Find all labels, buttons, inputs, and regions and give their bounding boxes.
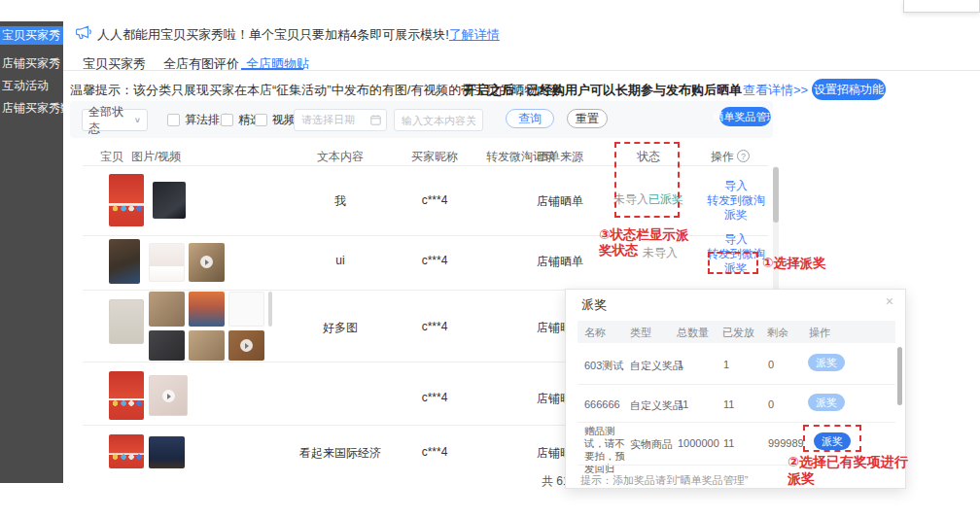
col-header-text: 文本内容 bbox=[317, 149, 364, 165]
media-thumbnail[interactable] bbox=[149, 375, 188, 416]
prize-remaining: 0 bbox=[768, 398, 774, 410]
media-thumbnail[interactable] bbox=[189, 330, 225, 361]
media-thumbnail[interactable] bbox=[228, 292, 264, 327]
media-thumbnail[interactable] bbox=[149, 436, 185, 468]
show-source: 店铺晒单 bbox=[531, 254, 589, 270]
sidebar-item-shop-buyer-show[interactable]: 店铺买家秀 bbox=[0, 54, 63, 73]
prize-issued: 1 bbox=[723, 359, 729, 370]
modal-col-remaining: 剩余 bbox=[767, 326, 788, 340]
prize-issued: 11 bbox=[723, 398, 734, 410]
media-thumbnail[interactable] bbox=[149, 292, 185, 327]
media-thumbnail[interactable] bbox=[268, 292, 272, 327]
status-dropdown[interactable]: 全部状态 ∨ bbox=[82, 109, 148, 131]
import-link[interactable]: 导入 bbox=[724, 232, 748, 247]
sidebar-item-interactive-activity[interactable]: 互动活动 bbox=[0, 77, 63, 95]
prize-type: 实物商品 bbox=[630, 437, 673, 452]
modal-col-total: 总数量 bbox=[677, 326, 709, 340]
sidebar-item-item-buyer-show[interactable]: 宝贝买家秀 bbox=[0, 26, 63, 45]
play-icon bbox=[240, 339, 253, 352]
media-thumbnail[interactable] bbox=[228, 330, 264, 361]
play-icon bbox=[200, 256, 213, 268]
megaphone-icon bbox=[76, 25, 92, 44]
close-icon[interactable]: × bbox=[886, 294, 893, 309]
modal-col-action: 操作 bbox=[809, 326, 830, 340]
prize-remaining: 999989 bbox=[768, 437, 804, 449]
prize-issued: 11 bbox=[723, 437, 734, 449]
checkbox-video[interactable]: 视频 bbox=[255, 112, 296, 128]
prize-total: 1 bbox=[678, 359, 683, 370]
prize-total: 1000000 bbox=[678, 437, 719, 449]
sidebar-item-buyer-show-data[interactable]: 店铺买家秀数据 bbox=[0, 99, 63, 118]
award-button[interactable]: 派奖 bbox=[808, 394, 845, 411]
col-header-action: 操作 bbox=[711, 149, 734, 165]
buyer-nickname: c***4 bbox=[405, 445, 464, 459]
buyer-nickname: c***4 bbox=[405, 320, 464, 333]
prize-remaining: 0 bbox=[768, 359, 774, 370]
text-content: 好多图 bbox=[282, 320, 399, 336]
annotation-step1: ①选择派奖 bbox=[762, 256, 825, 271]
date-picker-input[interactable]: 请选择日期 bbox=[294, 109, 387, 131]
product-thumbnail[interactable] bbox=[109, 299, 144, 344]
media-thumbnail[interactable] bbox=[153, 182, 186, 219]
modal-title: 派奖 bbox=[581, 296, 607, 314]
modal-col-type: 类型 bbox=[630, 326, 651, 340]
annotation-step2: ②选择已有奖项进行派奖 bbox=[788, 454, 918, 487]
page: 宝贝买家秀 店铺买家秀 互动活动 店铺买家秀数据 人人都能用宝贝买家秀啦！单个宝… bbox=[0, 0, 980, 518]
import-link[interactable]: 导入 bbox=[724, 179, 748, 193]
award-button[interactable]: 派奖 bbox=[808, 354, 845, 371]
view-details-link[interactable]: 查看详情>> bbox=[743, 82, 808, 99]
col-header-product: 宝贝 bbox=[100, 149, 123, 165]
reset-button[interactable]: 重置 bbox=[567, 109, 608, 128]
product-thumbnail[interactable] bbox=[109, 239, 140, 284]
buyer-nickname: c***4 bbox=[405, 193, 464, 207]
repost-weitao-link[interactable]: 转发到微淘 bbox=[707, 193, 765, 208]
prize-name: 赠品测试，请不要拍，预发回归 bbox=[584, 425, 635, 475]
product-thumbnail[interactable] bbox=[109, 174, 144, 226]
floating-panel-fragment bbox=[903, 0, 980, 13]
checkbox-icon[interactable] bbox=[221, 114, 233, 126]
product-thumbnail[interactable] bbox=[109, 371, 144, 420]
media-thumbnail[interactable] bbox=[149, 243, 185, 282]
calendar-icon bbox=[370, 115, 381, 127]
show-source: 店铺晒单 bbox=[531, 193, 589, 210]
text-content: 看起来国际经济 bbox=[282, 445, 399, 462]
banner-text: 人人都能用宝贝买家秀啦！单个宝贝只要加精4条即可展示模块! bbox=[97, 26, 449, 44]
learn-more-link[interactable]: 了解详情 bbox=[449, 26, 500, 44]
annotation-step3: ③状态栏显示派奖状态 bbox=[599, 227, 690, 259]
modal-footer-tip: 提示：添加奖品请到“晒单奖品管理” bbox=[580, 473, 748, 488]
modal-row-divider bbox=[578, 422, 895, 423]
col-header-media: 图片/视频 bbox=[131, 149, 181, 165]
annotation-box-status bbox=[614, 142, 680, 218]
setup-solicit-button[interactable]: 设置招稿功能 bbox=[812, 79, 886, 100]
col-header-nickname: 买家昵称 bbox=[411, 149, 458, 165]
modal-scrollbar-thumb[interactable] bbox=[897, 347, 902, 405]
help-icon[interactable]: ? bbox=[737, 150, 750, 162]
prize-name: 603测试 bbox=[584, 359, 623, 373]
sidebar: 宝贝买家秀 店铺买家秀 互动活动 店铺买家秀数据 bbox=[0, 21, 63, 483]
checkbox-icon[interactable] bbox=[167, 114, 180, 126]
prize-type: 自定义奖品 bbox=[630, 359, 683, 373]
buyer-nickname: c***4 bbox=[405, 391, 464, 404]
modal-col-issued: 已发放 bbox=[722, 326, 754, 340]
tip-right-text: 开启之后，已经购用户可以长期参与发布购后晒单 bbox=[464, 82, 742, 99]
annotation-box-award-link bbox=[708, 252, 758, 274]
checkbox-icon[interactable] bbox=[255, 114, 267, 126]
text-content: ui bbox=[282, 254, 399, 267]
keyword-input[interactable] bbox=[394, 109, 483, 131]
media-thumbnail[interactable] bbox=[149, 330, 185, 361]
media-thumbnail[interactable] bbox=[189, 292, 225, 327]
notice-banner: 人人都能用宝贝买家秀啦！单个宝贝只要加精4条即可展示模块!了解详情 bbox=[97, 26, 500, 44]
chevron-down-icon: ∨ bbox=[134, 116, 141, 124]
prize-name: 666666 bbox=[584, 398, 620, 410]
query-button[interactable]: 查询 bbox=[506, 109, 554, 128]
row-actions: 导入 转发到微淘 派奖 bbox=[689, 179, 783, 223]
status-dropdown-value: 全部状态 bbox=[88, 104, 134, 137]
award-link[interactable]: 派奖 bbox=[724, 208, 748, 223]
table-scrollbar-thumb[interactable] bbox=[773, 167, 779, 223]
product-thumbnail[interactable] bbox=[109, 434, 144, 468]
prize-manage-button[interactable]: 晒单奖品管理 bbox=[719, 107, 771, 126]
play-icon bbox=[162, 390, 175, 402]
col-header-source: 晒单来源 bbox=[537, 149, 583, 165]
checkbox-label: 视频 bbox=[272, 112, 296, 128]
media-thumbnail[interactable] bbox=[189, 243, 225, 282]
